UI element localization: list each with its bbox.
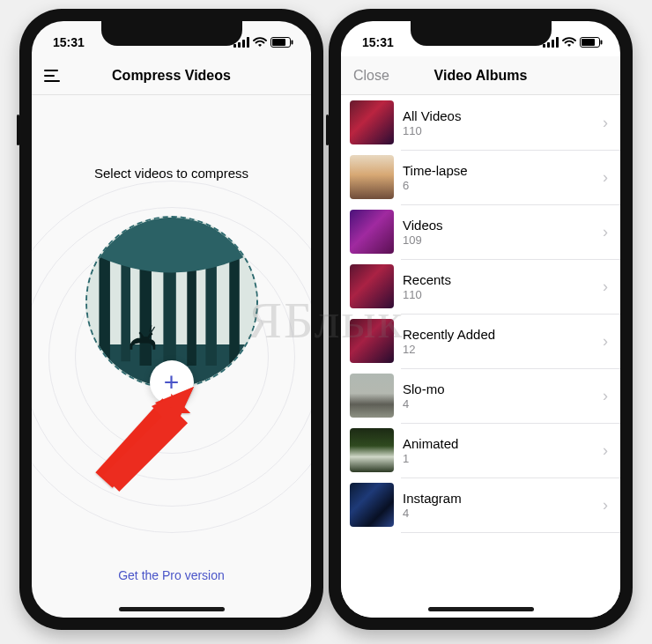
album-name: All Videos [403, 108, 594, 123]
chevron-right-icon: › [603, 496, 608, 514]
screen-right: 15:31 Close Video Albums [341, 21, 620, 618]
album-meta: Recently Added 12 [403, 327, 594, 356]
svg-rect-21 [556, 37, 559, 48]
album-row[interactable]: Slo-mo 4 › [341, 368, 620, 423]
album-count: 4 [403, 397, 594, 411]
album-name: Videos [403, 218, 594, 233]
chevron-right-icon: › [603, 168, 608, 187]
svg-rect-24 [601, 41, 603, 45]
album-thumbnail [350, 210, 394, 254]
screen-left: 15:31 Compress Videos [32, 21, 311, 618]
svg-rect-20 [552, 40, 554, 48]
chevron-right-icon: › [603, 441, 608, 460]
prompt-text: Select videos to compress [94, 166, 248, 181]
plus-icon: + [164, 367, 180, 397]
svg-rect-19 [547, 42, 550, 48]
album-row[interactable]: All Videos 110 › [341, 95, 620, 150]
nav-title-right: Video Albums [434, 68, 528, 84]
battery-icon [580, 37, 603, 48]
svg-rect-0 [233, 44, 236, 48]
svg-rect-2 [242, 40, 245, 48]
album-row[interactable]: Videos 109 › [341, 204, 620, 259]
chevron-right-icon: › [603, 114, 608, 132]
wifi-icon [562, 37, 576, 48]
battery-icon [270, 37, 293, 48]
chevron-right-icon: › [603, 387, 608, 405]
forest-illustration-wrap: + [85, 216, 258, 389]
close-button[interactable]: Close [353, 68, 389, 84]
home-indicator[interactable] [428, 607, 534, 611]
notch [411, 21, 552, 46]
get-pro-link[interactable]: Get the Pro version [32, 568, 311, 582]
album-name: Animated [403, 436, 594, 451]
main-content-left: Select videos to compress [32, 95, 311, 618]
album-count: 109 [403, 233, 594, 247]
album-thumbnail [350, 155, 394, 199]
nav-bar-right: Close Video Albums [341, 56, 620, 95]
svg-rect-3 [247, 37, 249, 48]
album-meta: Videos 109 [403, 218, 594, 247]
album-row[interactable]: Animated 1 › [341, 423, 620, 477]
album-thumbnail [350, 100, 394, 144]
home-indicator[interactable] [119, 607, 225, 611]
nav-title-left: Compress Videos [112, 68, 231, 84]
svg-rect-5 [272, 39, 285, 46]
album-name: Recents [403, 272, 594, 287]
chevron-right-icon: › [603, 278, 608, 296]
picker-area: Select videos to compress [32, 95, 311, 618]
album-thumbnail [350, 428, 394, 472]
album-name: Slo-mo [403, 381, 594, 396]
chevron-right-icon: › [603, 223, 608, 241]
notch [101, 21, 242, 46]
menu-icon[interactable] [44, 70, 60, 82]
album-meta: All Videos 110 [403, 108, 594, 137]
svg-rect-23 [582, 39, 595, 46]
album-count: 110 [403, 124, 594, 137]
status-time: 15:31 [53, 35, 85, 49]
nav-bar-left: Compress Videos [32, 56, 311, 95]
phone-frame-left: 15:31 Compress Videos [19, 9, 323, 630]
album-meta: Recents 110 [403, 272, 594, 301]
album-thumbnail [350, 319, 394, 363]
chevron-right-icon: › [603, 332, 608, 351]
album-row[interactable]: Time-lapse 6 › [341, 150, 620, 204]
status-right [233, 37, 293, 48]
phone-frame-right: 15:31 Close Video Albums [329, 9, 633, 630]
svg-rect-6 [292, 41, 293, 45]
status-right [543, 37, 603, 48]
album-count: 6 [403, 179, 594, 192]
album-list: All Videos 110 › Time-lapse 6 › [341, 95, 620, 618]
wifi-icon [253, 37, 267, 48]
svg-rect-18 [543, 44, 545, 48]
album-name: Time-lapse [403, 163, 594, 178]
album-thumbnail [350, 374, 394, 418]
album-count: 4 [403, 507, 594, 520]
album-thumbnail [350, 264, 394, 308]
add-video-button[interactable]: + [150, 360, 194, 404]
album-name: Instagram [403, 491, 594, 506]
album-count: 12 [403, 343, 594, 356]
album-thumbnail [350, 483, 394, 527]
svg-rect-9 [99, 243, 109, 361]
svg-rect-1 [238, 42, 241, 48]
album-meta: Time-lapse 6 [403, 163, 594, 192]
album-meta: Animated 1 [403, 436, 594, 465]
album-meta: Slo-mo 4 [403, 381, 594, 411]
album-count: 110 [403, 288, 594, 301]
status-time: 15:31 [362, 35, 394, 49]
album-row[interactable]: Recents 110 › [341, 259, 620, 314]
album-meta: Instagram 4 [403, 491, 594, 520]
album-row[interactable]: Instagram 4 › [341, 477, 620, 532]
album-count: 1 [403, 452, 594, 465]
album-name: Recently Added [403, 327, 594, 342]
album-row[interactable]: Recently Added 12 › [341, 314, 620, 368]
